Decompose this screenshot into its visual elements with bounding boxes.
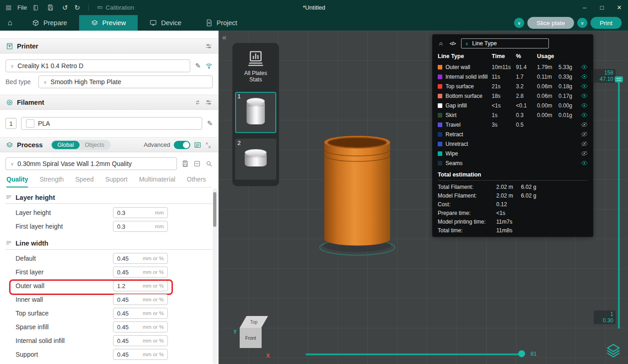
- param-input-layer-height[interactable]: 0.3mm: [113, 207, 168, 218]
- filament-settings-icon[interactable]: [205, 99, 212, 106]
- calibration-button[interactable]: Calibration: [97, 4, 134, 11]
- slice-plate-button[interactable]: Slice plate: [527, 17, 574, 29]
- home-button[interactable]: ⌂: [0, 18, 20, 27]
- save-preset-icon[interactable]: [182, 160, 189, 167]
- tab-project[interactable]: Project: [193, 15, 249, 31]
- x-axis-label: X: [266, 353, 270, 359]
- plate-item-1[interactable]: 1: [235, 92, 276, 133]
- param-input-sparse-infill[interactable]: 0.45mm or %: [113, 321, 168, 332]
- total-value-1: 2.02 m: [496, 193, 521, 199]
- eye-icon[interactable]: [581, 64, 588, 70]
- search-settings-icon[interactable]: [205, 160, 213, 167]
- sidebar-scrollbar-thumb[interactable]: [213, 192, 216, 227]
- param-unit: mm or %: [143, 310, 164, 316]
- model-3d[interactable]: [314, 121, 401, 258]
- printer-select[interactable]: ∨ Creality K1 0.4 Retro D: [5, 59, 190, 72]
- gizmo-top-face[interactable]: Top: [240, 316, 268, 328]
- edit-printer-icon[interactable]: ✎: [195, 62, 201, 70]
- filament-icon: [6, 99, 13, 106]
- view-type-select[interactable]: ∨ Line Type: [461, 38, 549, 48]
- minimize-button[interactable]: –: [576, 0, 593, 15]
- process-tab-others[interactable]: Others: [187, 176, 206, 187]
- param-input-inner-wall[interactable]: 0.45mm or %: [113, 294, 168, 305]
- tab-preview[interactable]: Preview: [79, 15, 138, 31]
- eye-off-icon[interactable]: [581, 150, 588, 157]
- print-button[interactable]: Print: [590, 17, 622, 29]
- process-tab-quality[interactable]: Quality: [6, 176, 28, 187]
- percent-value: 1.7: [516, 74, 537, 80]
- param-input-internal-solid-infill[interactable]: 0.45mm or %: [113, 335, 168, 346]
- undo-icon[interactable]: ↺: [62, 4, 68, 12]
- param-value: 0.45: [117, 296, 129, 303]
- line-type-label: Travel: [446, 122, 492, 128]
- eye-icon[interactable]: [581, 92, 588, 99]
- time-value: 11s: [492, 74, 516, 80]
- eye-icon[interactable]: [581, 83, 588, 90]
- wifi-icon[interactable]: [205, 62, 213, 70]
- eye-icon[interactable]: [581, 73, 588, 80]
- gizmo-front-face[interactable]: Front: [240, 328, 262, 348]
- param-input-top-surface[interactable]: 0.45mm or %: [113, 308, 168, 319]
- line-type-label: Gap infill: [446, 102, 492, 109]
- param-label: Inner wall: [16, 296, 43, 303]
- process-tab-multimaterial[interactable]: Multimaterial: [139, 176, 175, 187]
- color-swatch: [438, 142, 442, 146]
- tab-prepare[interactable]: Prepare: [20, 15, 79, 31]
- param-input-outer-wall[interactable]: 1.2mm or %: [113, 280, 168, 291]
- line-type-label: Internal solid infill: [446, 74, 492, 80]
- app-menu-icon[interactable]: [5, 5, 12, 11]
- param-input-first-layer[interactable]: 0.45mm or %: [113, 267, 168, 278]
- eye-off-icon[interactable]: [581, 140, 588, 147]
- eye-icon[interactable]: [581, 160, 588, 166]
- top-layer-number: 158: [593, 70, 613, 76]
- layers-view-icon[interactable]: [606, 343, 621, 358]
- print-dropdown-button[interactable]: ∨: [577, 18, 587, 28]
- viewport-3d[interactable]: « All Plates Stats 12: [219, 31, 628, 364]
- filament-select[interactable]: PLA: [21, 117, 202, 130]
- plate-thumbnail[interactable]: [235, 139, 276, 180]
- eye-icon[interactable]: [581, 112, 588, 118]
- sync-filament-icon[interactable]: [194, 99, 201, 106]
- step-slider-handle[interactable]: [518, 350, 525, 357]
- advanced-toggle[interactable]: [174, 141, 190, 149]
- file-menu[interactable]: File: [17, 4, 27, 11]
- process-tab-speed[interactable]: Speed: [75, 176, 93, 187]
- scope-global-button[interactable]: Global: [52, 141, 79, 149]
- scope-objects-button[interactable]: Objects: [80, 141, 110, 149]
- maximize-button[interactable]: □: [593, 0, 611, 15]
- eye-off-icon[interactable]: [581, 121, 588, 128]
- process-preset-select[interactable]: ∨ 0.30mm Spiral Vase Wall 1.2mm Quality: [5, 157, 177, 170]
- compare-presets-icon[interactable]: AB: [205, 141, 212, 149]
- step-slider[interactable]: [306, 353, 523, 355]
- parameter-table-icon[interactable]: [194, 141, 201, 149]
- delete-preset-icon[interactable]: [193, 160, 201, 167]
- group-title: Layer height: [16, 194, 55, 201]
- plate-item-2[interactable]: 2: [235, 139, 276, 180]
- slice-dropdown-button[interactable]: ∨: [514, 18, 524, 28]
- bed-type-select[interactable]: ∨ Smooth High Temp Plate: [38, 75, 213, 88]
- close-button[interactable]: ✕: [611, 0, 628, 15]
- printer-settings-icon[interactable]: [205, 43, 212, 50]
- eye-icon[interactable]: [581, 102, 588, 109]
- param-input-default[interactable]: 0.45mm or %: [113, 253, 168, 264]
- redo-icon[interactable]: ↻: [75, 4, 81, 12]
- all-plates-stats[interactable]: All Plates Stats: [238, 48, 273, 86]
- collapse-sidebar-icon[interactable]: «: [222, 33, 226, 42]
- param-input-support[interactable]: 0.45mm or %: [113, 349, 168, 360]
- collapse-panel-icon[interactable]: [438, 40, 444, 47]
- process-tab-support[interactable]: Support: [105, 176, 128, 187]
- filament-color-swatch[interactable]: [26, 119, 34, 128]
- save-icon[interactable]: [47, 4, 54, 11]
- process-tab-strength[interactable]: Strength: [39, 176, 64, 187]
- layer-slider[interactable]: [618, 78, 620, 329]
- param-input-first-layer-height[interactable]: 0.3mm: [113, 221, 168, 232]
- edit-filament-icon[interactable]: ✎: [207, 119, 213, 128]
- notes-icon[interactable]: [32, 5, 39, 11]
- gcode-icon[interactable]: </>: [450, 41, 456, 46]
- tab-device[interactable]: Device: [138, 15, 193, 31]
- layer-slider-handle[interactable]: [615, 76, 623, 82]
- orientation-gizmo[interactable]: Y Top Front X: [233, 310, 284, 364]
- line-type-label: Bottom surface: [446, 93, 492, 99]
- eye-off-icon[interactable]: [581, 131, 588, 138]
- plate-thumbnail[interactable]: [235, 92, 276, 133]
